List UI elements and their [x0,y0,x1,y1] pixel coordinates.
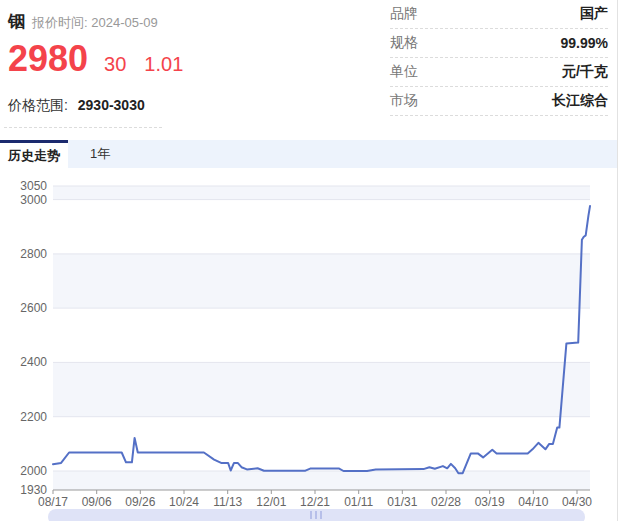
x-tick-label: 12/21 [300,495,330,509]
price-range-label: 价格范围: [8,97,68,113]
price-change-percent: 1.01 [144,53,183,76]
y-tick-label: 3050 [20,179,47,193]
info-value: 国产 [580,5,608,23]
header: 铟 报价时间: 2024-05-09 [8,10,158,33]
x-tick-label: 02/28 [431,495,461,509]
divider [4,127,162,128]
info-value: 长江综合 [552,92,608,110]
price-change: 30 [104,53,126,76]
info-row-brand: 品牌 国产 [390,0,608,29]
x-tick-label: 12/01 [256,495,286,509]
info-label: 规格 [390,34,418,52]
x-tick-label: 04/10 [518,495,548,509]
info-table: 品牌 国产 规格 99.99% 单位 元/千克 市场 长江综合 [390,0,608,116]
chart-band [53,308,590,362]
quote-time: 报价时间: 2024-05-09 [32,14,158,32]
info-value: 99.99% [561,35,608,51]
tab-history-trend[interactable]: 历史走势 [0,140,68,168]
scrollbar-grip-icon[interactable] [310,511,324,519]
commodity-name: 铟 [8,10,25,33]
chart-band [53,362,590,416]
x-tick-label: 08/17 [38,495,68,509]
y-tick-label: 2400 [20,355,47,369]
tab-one-year[interactable]: 1年 [68,140,132,168]
chart-svg[interactable]: 3050300028002600240022002000193008/1709/… [0,170,624,521]
info-label: 单位 [390,63,418,81]
x-tick-label: 04/30 [562,495,592,509]
chart-band [53,200,590,254]
x-tick-label: 11/13 [213,495,242,509]
x-tick-label: 10/24 [169,495,199,509]
info-label: 市场 [390,92,418,110]
info-value: 元/千克 [562,63,608,81]
y-tick-label: 2200 [20,410,47,424]
chart-band [53,186,590,200]
chart-band [53,254,590,308]
price-row: 2980 30 1.01 [8,38,183,80]
info-label: 品牌 [390,5,418,23]
chart-scrollbar[interactable] [48,509,585,521]
y-tick-label: 2800 [20,247,47,261]
info-row-spec: 规格 99.99% [390,29,608,58]
x-tick-label: 03/19 [475,495,505,509]
info-row-market: 市场 长江综合 [390,87,608,116]
tabbar: 历史走势 1年 [0,140,617,168]
x-tick-label: 01/31 [387,495,417,509]
y-tick-label: 2000 [20,464,47,478]
info-row-unit: 单位 元/千克 [390,58,608,87]
x-tick-label: 09/26 [125,495,155,509]
x-tick-label: 01/11 [344,495,373,509]
price-history-chart[interactable]: 3050300028002600240022002000193008/1709/… [0,170,624,521]
y-tick-label: 3000 [20,193,47,207]
price-range-row: 价格范围: 2930-3030 [8,97,145,115]
x-tick-label: 09/06 [82,495,112,509]
y-tick-label: 2600 [20,301,47,315]
current-price: 2980 [8,38,88,80]
chart-band [53,471,590,490]
price-range-value: 2930-3030 [78,97,145,113]
